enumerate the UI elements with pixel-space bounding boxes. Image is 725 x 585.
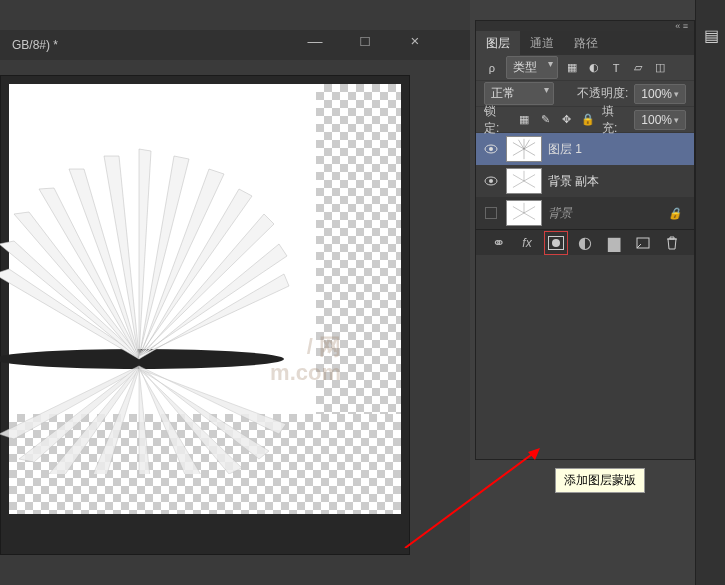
trash-icon[interactable] [663, 234, 681, 252]
panel-header: « ≡ [476, 21, 694, 31]
vertical-dock: ▤ [695, 0, 725, 585]
layer-name: 背景 [548, 205, 572, 222]
book-image [0, 124, 309, 474]
layer-name: 图层 1 [548, 141, 582, 158]
add-layer-mask-icon[interactable] [547, 234, 565, 252]
layer-thumbnail [506, 168, 542, 194]
right-panel-area: « ≡ 图层 通道 路径 ρ 类型 ▦ ◐ T ▱ ◫ 正常 不透明度: 100… [475, 0, 725, 585]
panel-collapse-icon[interactable]: « ≡ [675, 21, 688, 31]
filter-kind-select[interactable]: 类型 [506, 56, 558, 79]
visibility-toggle[interactable] [482, 172, 500, 190]
lock-pixels-icon[interactable]: ✎ [538, 112, 553, 128]
document-title: GB/8#) * [12, 38, 58, 52]
lock-position-icon[interactable]: ✥ [559, 112, 574, 128]
layer-effects-icon[interactable]: fx [518, 234, 536, 252]
layer-item[interactable]: 图层 1 [476, 133, 694, 165]
watermark: / 网 m.com [270, 334, 341, 387]
fill-label: 填充: [602, 103, 628, 137]
visibility-toggle[interactable] [482, 204, 500, 222]
group-icon[interactable]: ▆ [605, 234, 623, 252]
lock-row: 锁定: ▦ ✎ ✥ 🔒 填充: 100% [476, 107, 694, 133]
layer-item[interactable]: 背景 🔒 [476, 197, 694, 229]
visibility-off-icon [485, 207, 497, 219]
canvas-frame: / 网 m.com [0, 75, 410, 555]
tab-channels[interactable]: 通道 [520, 31, 564, 55]
blend-mode-select[interactable]: 正常 [484, 82, 554, 105]
link-layers-icon[interactable]: ⚭ [489, 234, 507, 252]
filter-text-icon[interactable]: T [608, 60, 624, 76]
layers-panel: « ≡ 图层 通道 路径 ρ 类型 ▦ ◐ T ▱ ◫ 正常 不透明度: 100… [475, 20, 695, 460]
filter-pixel-icon[interactable]: ▦ [564, 60, 580, 76]
svg-point-13 [489, 179, 493, 183]
open-book-icon [0, 124, 309, 474]
adjustment-layer-icon[interactable]: ◐ [576, 234, 594, 252]
filter-adjust-icon[interactable]: ◐ [586, 60, 602, 76]
canvas[interactable]: / 网 m.com [9, 84, 401, 514]
svg-point-2 [489, 147, 493, 151]
opacity-field[interactable]: 100% [634, 84, 686, 104]
svg-point-27 [552, 239, 560, 247]
opacity-label: 不透明度: [577, 85, 628, 102]
new-layer-icon[interactable] [634, 234, 652, 252]
dock-icon[interactable]: ▤ [696, 20, 725, 50]
eye-icon [484, 176, 498, 186]
blend-row: 正常 不透明度: 100% [476, 81, 694, 107]
layer-item[interactable]: 背景 副本 [476, 165, 694, 197]
visibility-toggle[interactable] [482, 140, 500, 158]
filter-kind-icon[interactable]: ρ [484, 60, 500, 76]
workspace: GB/8#) * — □ × [0, 0, 470, 585]
layers-list: 图层 1 背景 副本 背景 🔒 [476, 133, 694, 229]
layer-name: 背景 副本 [548, 173, 599, 190]
eye-icon [484, 144, 498, 154]
tab-layers[interactable]: 图层 [476, 31, 520, 55]
document-tab[interactable]: GB/8#) * [0, 38, 70, 52]
maximize-button[interactable]: □ [350, 32, 380, 49]
layer-thumbnail [506, 136, 542, 162]
minimize-button[interactable]: — [300, 32, 330, 49]
filter-shape-icon[interactable]: ▱ [630, 60, 646, 76]
layer-filter-row: ρ 类型 ▦ ◐ T ▱ ◫ [476, 55, 694, 81]
tooltip: 添加图层蒙版 [555, 468, 645, 493]
close-button[interactable]: × [400, 32, 430, 49]
window-controls: — □ × [300, 32, 430, 49]
panel-tabs: 图层 通道 路径 [476, 31, 694, 55]
layer-thumbnail [506, 200, 542, 226]
tab-paths[interactable]: 路径 [564, 31, 608, 55]
fill-field[interactable]: 100% [634, 110, 686, 130]
lock-all-icon[interactable]: 🔒 [581, 112, 596, 128]
lock-transparent-icon[interactable]: ▦ [516, 112, 531, 128]
layers-panel-footer: ⚭ fx ◐ ▆ [476, 229, 694, 255]
lock-icon: 🔒 [668, 207, 682, 220]
lock-label: 锁定: [484, 103, 510, 137]
filter-smart-icon[interactable]: ◫ [652, 60, 668, 76]
